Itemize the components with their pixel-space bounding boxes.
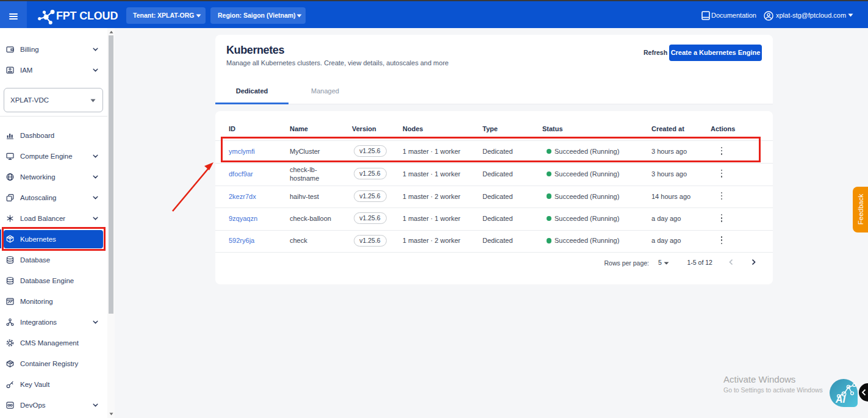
svg-text:AI: AI — [835, 394, 846, 405]
